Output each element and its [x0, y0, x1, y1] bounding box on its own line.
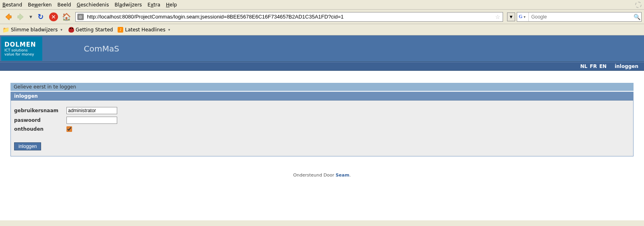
url-dropdown[interactable]: ▼ — [507, 12, 515, 21]
username-label: gebruikersnaam — [14, 108, 66, 113]
login-form: gebruikersnaam paswoord onthouden inlogg… — [11, 101, 633, 156]
lang-en[interactable]: EN — [599, 64, 607, 69]
search-bar[interactable]: G▾ 🔍 — [517, 12, 642, 22]
chevron-down-icon: ▾ — [167, 28, 172, 32]
history-dropdown[interactable]: ▼ — [28, 15, 33, 19]
panel-title: inloggen — [11, 92, 633, 101]
bookmark-getting-started[interactable]: Getting Started — [68, 27, 113, 33]
menu-view[interactable]: Beeld — [57, 2, 71, 8]
password-input[interactable] — [66, 117, 117, 124]
footer-suffix: . — [349, 173, 351, 178]
home-icon: 🏠 — [62, 12, 71, 21]
bookmark-latest-headlines[interactable]: ♪ Latest Headlines ▾ — [118, 27, 171, 33]
reload-icon: ↻ — [37, 12, 43, 21]
logo-tagline-1: ICT solutions — [4, 48, 39, 52]
reload-button[interactable]: ↻ — [35, 11, 46, 23]
search-input[interactable] — [529, 13, 632, 21]
info-message: Gelieve eerst in te loggen — [10, 83, 634, 91]
back-button[interactable] — [2, 11, 14, 23]
forward-button — [15, 11, 27, 23]
footer-text: Ondersteund Door — [293, 173, 335, 178]
menu-file[interactable]: Bestand — [2, 2, 22, 8]
nav-bar: NL FR EN inloggen — [0, 62, 644, 71]
language-switcher: NL FR EN — [580, 64, 607, 69]
menu-bookmarks[interactable]: Bladwijzers — [114, 2, 142, 8]
username-input[interactable] — [66, 107, 117, 114]
bug-icon — [68, 27, 74, 33]
bookmark-label: Getting Started — [76, 27, 113, 33]
lang-fr[interactable]: FR — [590, 64, 596, 69]
lang-nl[interactable]: NL — [580, 64, 588, 69]
remember-label: onthouden — [14, 126, 66, 132]
stop-icon: ✕ — [49, 12, 58, 21]
bookmark-star-icon[interactable]: ☆ — [493, 14, 503, 20]
footer-seam-link[interactable]: Seam — [335, 173, 349, 178]
app-header: DOLMEN ICT solutions value for money Com… — [0, 35, 644, 62]
menu-help[interactable]: Help — [166, 2, 177, 8]
menu-extra[interactable]: Extra — [147, 2, 160, 8]
home-button[interactable]: 🏠 — [61, 11, 72, 23]
nav-login-link[interactable]: inloggen — [615, 64, 638, 69]
logo-brand: DOLMEN — [4, 41, 39, 48]
folder-icon: 📁 — [2, 27, 9, 33]
search-engine-selector[interactable]: G▾ — [517, 12, 529, 21]
menu-edit[interactable]: Bewerken — [28, 2, 52, 8]
search-go-icon[interactable]: 🔍 — [632, 14, 641, 20]
menu-history[interactable]: Geschiedenis — [77, 2, 109, 8]
bookmark-label: Latest Headlines — [125, 27, 165, 33]
content-area: Gelieve eerst in te loggen inloggen gebr… — [0, 71, 644, 164]
login-button[interactable]: inloggen — [14, 142, 41, 150]
browser-toolbar: ▼ ↻ ✕ 🏠 ◎ ☆ ▼ G▾ 🔍 — [0, 10, 644, 24]
logo-tagline-2: value for money — [4, 52, 39, 56]
stop-button[interactable]: ✕ — [48, 11, 59, 23]
url-input[interactable] — [85, 13, 493, 21]
chevron-down-icon: ▾ — [59, 28, 64, 32]
login-panel: inloggen gebruikersnaam paswoord onthoud… — [10, 92, 634, 156]
throbber-icon — [635, 2, 642, 8]
url-bar[interactable]: ◎ ☆ — [75, 12, 503, 22]
remember-checkbox[interactable] — [66, 126, 72, 132]
footer: Ondersteund Door Seam. — [0, 164, 644, 186]
favicon-icon: ◎ — [77, 14, 84, 20]
rss-icon: ♪ — [118, 27, 123, 33]
browser-menubar: Bestand Bewerken Beeld Geschiedenis Blad… — [0, 0, 644, 10]
bookmarks-toolbar: 📁 Slimme bladwijzers ▾ Getting Started ♪… — [0, 24, 644, 35]
bookmark-smart-folder[interactable]: 📁 Slimme bladwijzers ▾ — [2, 27, 64, 33]
logo: DOLMEN ICT solutions value for money — [1, 37, 42, 61]
page-viewport: DOLMEN ICT solutions value for money Com… — [0, 35, 644, 220]
app-title: ComMaS — [84, 44, 119, 53]
bookmark-label: Slimme bladwijzers — [11, 27, 58, 33]
password-label: paswoord — [14, 117, 66, 123]
